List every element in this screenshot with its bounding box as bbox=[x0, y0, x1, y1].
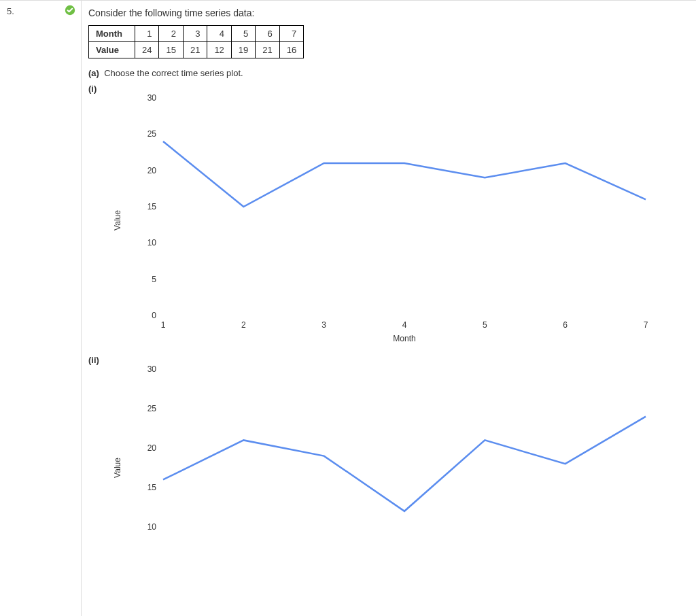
table-cell: 7 bbox=[279, 26, 303, 42]
table-cell: 6 bbox=[256, 26, 279, 42]
table-cell: 4 bbox=[207, 26, 231, 42]
svg-text:30: 30 bbox=[147, 364, 157, 374]
svg-text:30: 30 bbox=[147, 93, 157, 103]
table-cell: 16 bbox=[279, 42, 303, 58]
table-cell: 15 bbox=[159, 42, 183, 58]
chart-i-ylabel: Value bbox=[113, 210, 122, 230]
question-intro: Consider the following time series data: bbox=[88, 7, 689, 18]
svg-text:4: 4 bbox=[402, 320, 407, 330]
svg-text:20: 20 bbox=[147, 443, 157, 453]
svg-text:1: 1 bbox=[161, 320, 166, 330]
question-gutter: 5. bbox=[0, 1, 82, 616]
table-cell: 5 bbox=[231, 26, 255, 42]
table-cell: 12 bbox=[207, 42, 231, 58]
svg-text:25: 25 bbox=[147, 129, 157, 139]
svg-text:20: 20 bbox=[147, 166, 157, 175]
table-header-month: Month bbox=[89, 26, 135, 42]
svg-text:25: 25 bbox=[147, 404, 157, 413]
table-cell: 3 bbox=[183, 26, 207, 42]
svg-text:5: 5 bbox=[483, 320, 487, 330]
chart-ii-svg: 1015202530 bbox=[129, 362, 659, 573]
svg-text:6: 6 bbox=[563, 320, 568, 330]
table-cell: 21 bbox=[183, 42, 207, 58]
chart-ii-ylabel: Value bbox=[113, 458, 122, 478]
svg-text:2: 2 bbox=[241, 320, 246, 330]
svg-text:15: 15 bbox=[147, 202, 157, 211]
svg-text:15: 15 bbox=[147, 483, 157, 492]
check-circle-icon bbox=[65, 5, 75, 16]
table-row: Value 24 15 21 12 19 21 16 bbox=[89, 42, 304, 58]
question-content: Consider the following time series data:… bbox=[88, 1, 696, 587]
table-cell: 24 bbox=[135, 42, 158, 58]
svg-text:Month: Month bbox=[393, 334, 415, 343]
table-row: Month 1 2 3 4 5 6 7 bbox=[89, 26, 304, 42]
table-cell: 1 bbox=[135, 26, 158, 42]
chart-i: Value 0510152025301234567Month bbox=[129, 91, 689, 349]
part-a: (a) Choose the correct time series plot. bbox=[88, 68, 689, 78]
part-a-text: Choose the correct time series plot. bbox=[104, 68, 243, 78]
chart-ii: Value 1015202530 bbox=[129, 362, 689, 573]
svg-text:7: 7 bbox=[644, 320, 648, 330]
svg-text:0: 0 bbox=[152, 311, 156, 320]
svg-text:10: 10 bbox=[147, 522, 157, 532]
table-cell: 21 bbox=[256, 42, 279, 58]
table-cell: 19 bbox=[231, 42, 255, 58]
svg-text:10: 10 bbox=[147, 238, 157, 247]
table-header-value: Value bbox=[89, 42, 135, 58]
chart-i-svg: 0510152025301234567Month bbox=[129, 91, 659, 349]
question-number: 5. bbox=[7, 6, 14, 16]
part-a-label: (a) bbox=[88, 68, 99, 78]
svg-text:3: 3 bbox=[321, 320, 326, 330]
time-series-table: Month 1 2 3 4 5 6 7 Value 24 15 21 12 19… bbox=[88, 25, 304, 58]
table-cell: 2 bbox=[159, 26, 183, 42]
svg-text:5: 5 bbox=[152, 275, 156, 284]
